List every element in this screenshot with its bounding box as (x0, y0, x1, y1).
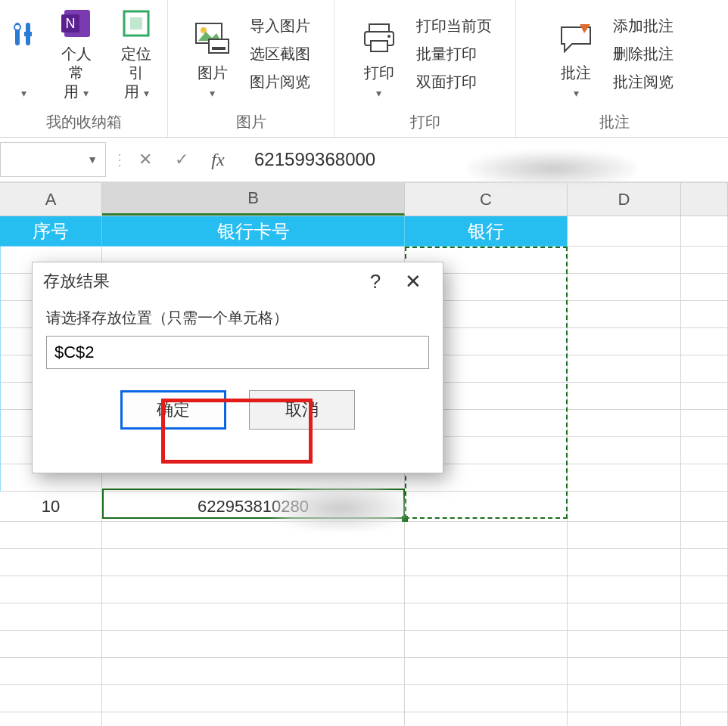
cell[interactable] (568, 410, 681, 437)
print-current-item[interactable]: 打印当前页 (413, 14, 495, 38)
crop-selection-item[interactable]: 选区截图 (247, 42, 313, 66)
cell[interactable] (0, 576, 102, 603)
cell[interactable] (568, 247, 681, 274)
col-header-d[interactable]: D (568, 183, 681, 216)
cell[interactable] (0, 522, 102, 549)
cell[interactable] (681, 522, 728, 549)
cell[interactable] (681, 631, 728, 658)
cell[interactable] (681, 410, 728, 437)
cell[interactable] (681, 301, 728, 328)
import-picture-item[interactable]: 导入图片 (247, 14, 313, 38)
locate-ref-button[interactable]: 定位引 用 ▾ (112, 5, 162, 103)
svg-rect-13 (369, 24, 389, 32)
cell[interactable] (681, 603, 728, 631)
cell[interactable] (405, 712, 568, 726)
annotation-viewer-item[interactable]: 批注阅览 (610, 70, 677, 94)
add-annotation-item[interactable]: 添加批注 (610, 14, 677, 38)
toolbox-button[interactable]: ▾ (6, 5, 41, 103)
cell[interactable] (568, 603, 681, 631)
cell[interactable] (568, 712, 681, 726)
header-seq[interactable]: 序号 (0, 216, 102, 247)
col-header-a[interactable]: A (0, 183, 102, 216)
cell[interactable] (0, 712, 102, 726)
cancel-button[interactable]: 取消 (249, 390, 355, 430)
cell[interactable] (681, 328, 728, 355)
cell[interactable] (568, 383, 681, 410)
col-header-c[interactable]: C (405, 183, 568, 216)
cell[interactable] (405, 522, 568, 549)
cell[interactable] (405, 631, 568, 658)
picture-viewer-item[interactable]: 图片阅览 (247, 70, 313, 94)
print-duplex-item[interactable]: 双面打印 (413, 70, 495, 94)
cell[interactable] (0, 603, 102, 631)
col-header-extra[interactable] (681, 183, 728, 216)
cell[interactable] (102, 712, 405, 726)
formula-accept-button[interactable]: ✓ (163, 150, 200, 169)
print-button[interactable]: 打印▾ (356, 5, 403, 103)
cell[interactable] (405, 603, 568, 631)
cell-c11[interactable] (405, 492, 568, 522)
cell[interactable] (568, 631, 681, 658)
cell[interactable] (405, 576, 568, 603)
cell[interactable] (102, 658, 405, 685)
cell-d1[interactable] (568, 216, 681, 247)
cell-d11[interactable] (568, 492, 681, 522)
cell[interactable] (405, 658, 568, 685)
cell[interactable] (0, 685, 102, 712)
cell[interactable] (681, 658, 728, 685)
cell[interactable] (681, 549, 728, 576)
header-bank[interactable]: 银行 (405, 216, 568, 247)
cell[interactable] (568, 355, 681, 383)
cell[interactable] (681, 355, 728, 383)
formula-cancel-button[interactable]: ✕ (127, 150, 163, 169)
cell[interactable] (681, 712, 728, 726)
name-box[interactable]: ▼ (0, 142, 106, 177)
cell[interactable] (568, 658, 681, 685)
toolbox-icon (11, 17, 36, 60)
cell[interactable] (568, 549, 681, 576)
cell-e1[interactable] (681, 216, 728, 247)
cell[interactable] (0, 549, 102, 576)
dialog-help-button[interactable]: ? (356, 270, 394, 293)
cell[interactable] (568, 685, 681, 712)
cell[interactable] (681, 576, 728, 603)
header-card[interactable]: 银行卡号 (102, 216, 405, 247)
personal-common-button[interactable]: N 个人常 用 ▾ (51, 5, 101, 103)
cell[interactable] (102, 603, 405, 631)
cell[interactable] (568, 522, 681, 549)
cell[interactable] (102, 549, 405, 576)
cell[interactable] (681, 383, 728, 410)
result-location-dialog: 存放结果 ? ✕ 请选择存放位置（只需一个单元格） 确定 取消 (32, 262, 443, 473)
cell[interactable] (681, 464, 728, 492)
cell[interactable] (568, 274, 681, 301)
cell[interactable] (568, 576, 681, 603)
picture-button[interactable]: 图片▾ (189, 5, 236, 103)
cell[interactable] (568, 437, 681, 464)
svg-rect-8 (130, 17, 142, 29)
cell[interactable] (681, 274, 728, 301)
cell[interactable] (405, 549, 568, 576)
cell-e11[interactable] (681, 492, 728, 522)
cell[interactable] (102, 631, 405, 658)
cell[interactable] (568, 464, 681, 492)
insert-function-button[interactable]: fx (200, 150, 236, 170)
annotation-button[interactable]: 批注▾ (552, 5, 599, 103)
cell[interactable] (0, 631, 102, 658)
print-batch-item[interactable]: 批量打印 (413, 42, 495, 66)
chevron-down-icon: ▼ (87, 154, 98, 166)
delete-annotation-item[interactable]: 删除批注 (610, 42, 677, 66)
col-header-b[interactable]: B (102, 183, 405, 216)
cell-a11[interactable]: 10 (0, 492, 102, 522)
ok-button[interactable]: 确定 (120, 390, 226, 430)
cell[interactable] (405, 685, 568, 712)
cell[interactable] (681, 437, 728, 464)
dialog-close-button[interactable]: ✕ (394, 270, 432, 293)
cell[interactable] (681, 247, 728, 274)
cell[interactable] (568, 328, 681, 355)
target-cell-input[interactable] (46, 336, 429, 369)
cell[interactable] (102, 685, 405, 712)
cell[interactable] (568, 301, 681, 328)
cell[interactable] (102, 576, 405, 603)
cell[interactable] (681, 685, 728, 712)
cell[interactable] (0, 658, 102, 685)
